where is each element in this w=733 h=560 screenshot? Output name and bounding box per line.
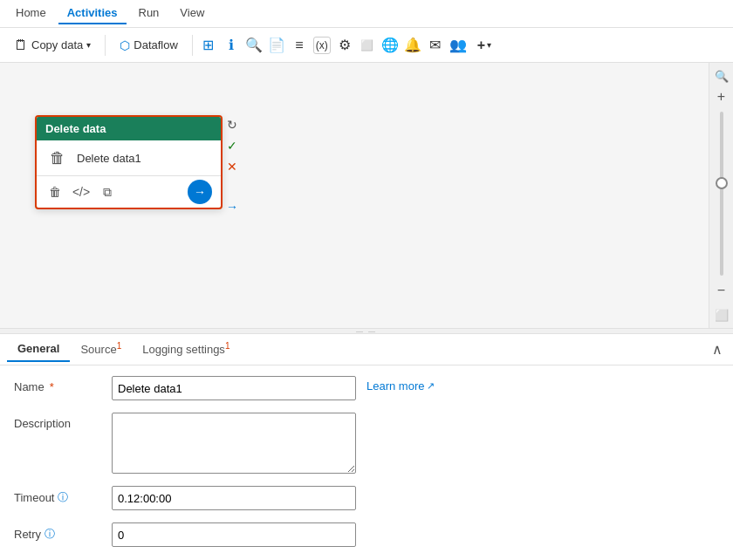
canvas-area: Delete data 🗑 Delete data1 🗑 </> ⧉ → ↻ ✓… bbox=[0, 63, 733, 328]
plus-icon: + bbox=[477, 38, 485, 53]
timeout-info-icon[interactable]: ⓘ bbox=[58, 490, 68, 505]
retry-info-icon[interactable]: ⓘ bbox=[45, 527, 55, 542]
dataflow-label: Dataflow bbox=[134, 38, 178, 51]
form-content: Name * Learn more ↗ Description Timeout … bbox=[0, 365, 733, 560]
dataflow-button[interactable]: ⬡ Dataflow bbox=[113, 35, 185, 56]
zoom-thumb[interactable] bbox=[716, 177, 728, 189]
notification-icon[interactable]: 🔔 bbox=[404, 37, 421, 54]
tab-logging[interactable]: Logging settings1 bbox=[132, 336, 240, 363]
tab-general[interactable]: General bbox=[7, 337, 70, 362]
nav-home[interactable]: Home bbox=[7, 3, 55, 24]
code-icon[interactable]: </> bbox=[72, 182, 91, 201]
frame-icon[interactable]: ⬜ bbox=[359, 37, 376, 54]
check-btn[interactable]: ✓ bbox=[223, 136, 242, 155]
zoom-in-button[interactable]: + bbox=[712, 87, 731, 106]
refresh-btn[interactable]: ↻ bbox=[223, 115, 242, 134]
tab-logging-label: Logging settings bbox=[142, 343, 225, 356]
tab-source[interactable]: Source1 bbox=[70, 336, 132, 363]
logging-badge: 1 bbox=[225, 341, 230, 351]
grid-icon[interactable]: ⊞ bbox=[200, 37, 217, 54]
activity-header: Delete data bbox=[37, 117, 221, 140]
source-badge: 1 bbox=[117, 341, 122, 351]
toolbar: 🗒 Copy data ▾ ⬡ Dataflow ⊞ ℹ 🔍 📄 ≡ (x) ⚙… bbox=[0, 28, 733, 63]
retry-row: Retry ⓘ bbox=[14, 522, 719, 547]
toolbar-divider-1 bbox=[105, 35, 106, 56]
bottom-panel: General Source1 Logging settings1 ∧ Name… bbox=[0, 333, 733, 560]
retry-input[interactable] bbox=[112, 522, 356, 547]
zoom-slider[interactable] bbox=[720, 112, 723, 276]
timeout-label: Timeout ⓘ bbox=[14, 486, 101, 505]
plus-chevron: ▾ bbox=[487, 40, 491, 50]
search-zoom-icon[interactable]: 🔍 bbox=[712, 66, 731, 85]
delete-activity-icon[interactable]: 🗑 bbox=[45, 182, 65, 201]
settings-icon[interactable]: ⚙ bbox=[336, 37, 353, 54]
copy-data-label: Copy data bbox=[31, 38, 83, 51]
teams-icon[interactable]: 👥 bbox=[449, 37, 467, 54]
activity-body: 🗑 Delete data1 bbox=[37, 140, 221, 176]
mail-icon[interactable]: ✉ bbox=[427, 37, 444, 54]
activity-name: Delete data1 bbox=[77, 152, 141, 165]
activity-node[interactable]: Delete data 🗑 Delete data1 🗑 </> ⧉ → bbox=[35, 115, 223, 209]
dataflow-icon: ⬡ bbox=[120, 38, 130, 52]
panel-collapse-button[interactable]: ∧ bbox=[709, 338, 726, 361]
copy-data-icon: 🗒 bbox=[14, 38, 28, 53]
external-link-icon: ↗ bbox=[427, 380, 435, 392]
name-label: Name * bbox=[14, 376, 101, 393]
nav-run[interactable]: Run bbox=[130, 3, 168, 24]
panel-tabs: General Source1 Logging settings1 ∧ bbox=[0, 334, 733, 365]
description-row: Description bbox=[14, 413, 719, 474]
copy-activity-icon[interactable]: ⧉ bbox=[98, 182, 117, 201]
arrow-btn[interactable]: → bbox=[223, 197, 242, 216]
timeout-input[interactable] bbox=[112, 486, 356, 510]
tab-general-label: General bbox=[17, 342, 59, 355]
info-icon[interactable]: ℹ bbox=[223, 37, 240, 54]
copy-data-button[interactable]: 🗒 Copy data ▾ bbox=[7, 34, 98, 57]
toolbar-divider-2 bbox=[192, 35, 193, 56]
timeout-row: Timeout ⓘ bbox=[14, 486, 719, 510]
node-side-controls: ↻ ✓ ✕ → bbox=[223, 115, 242, 216]
go-button[interactable]: → bbox=[188, 180, 212, 204]
top-nav: Home Activities Run View bbox=[0, 0, 733, 28]
globe-icon[interactable]: 🌐 bbox=[381, 37, 399, 54]
activity-footer: 🗑 </> ⧉ → bbox=[37, 176, 221, 208]
name-row: Name * Learn more ↗ bbox=[14, 376, 719, 400]
nav-activities[interactable]: Activities bbox=[58, 3, 127, 24]
tab-source-label: Source bbox=[80, 343, 116, 356]
nav-view[interactable]: View bbox=[171, 3, 213, 24]
name-required: * bbox=[50, 380, 54, 393]
description-input[interactable] bbox=[112, 413, 356, 474]
copy-data-chevron: ▾ bbox=[86, 40, 91, 50]
zoom-controls: 🔍 + − ⬜ bbox=[709, 63, 733, 328]
fit-screen-button[interactable]: ⬜ bbox=[712, 305, 731, 324]
name-input[interactable] bbox=[112, 376, 356, 400]
zoom-out-button[interactable]: − bbox=[712, 281, 731, 300]
description-label: Description bbox=[14, 413, 101, 430]
formula-icon[interactable]: (x) bbox=[313, 37, 331, 54]
retry-label: Retry ⓘ bbox=[14, 522, 101, 542]
learn-more-link[interactable]: Learn more ↗ bbox=[366, 376, 435, 393]
add-button[interactable]: + ▾ bbox=[472, 34, 497, 57]
list-icon[interactable]: ≡ bbox=[291, 37, 308, 54]
activity-trash-icon: 🗑 bbox=[45, 146, 70, 170]
activity-title: Delete data bbox=[45, 122, 106, 135]
close-btn[interactable]: ✕ bbox=[223, 157, 242, 176]
document-icon[interactable]: 📄 bbox=[268, 37, 285, 54]
search-icon[interactable]: 🔍 bbox=[245, 37, 263, 54]
